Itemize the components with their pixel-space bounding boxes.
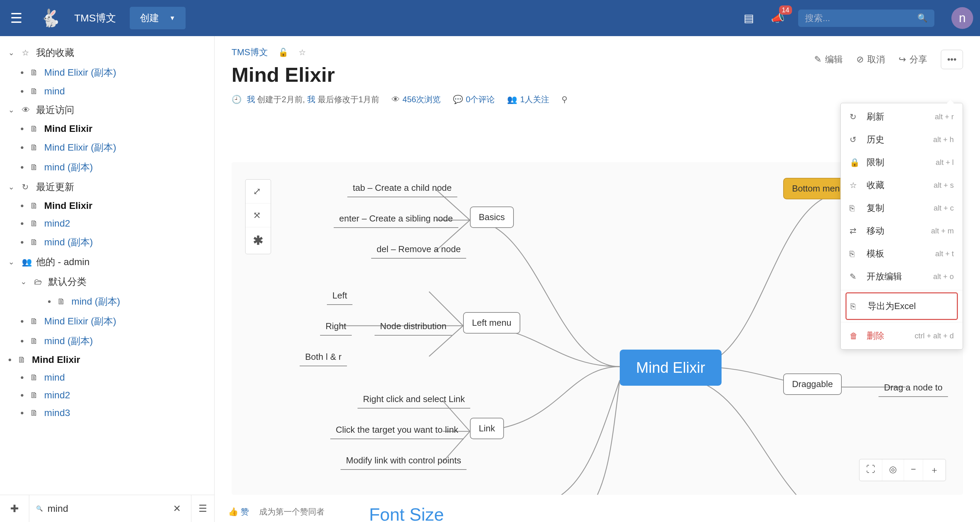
share-nodes-icon[interactable]: ⚲ xyxy=(562,95,568,104)
edit-icon: ✎ xyxy=(814,54,822,65)
dropdown-item[interactable]: 🗑删除ctrl + alt + d xyxy=(841,324,963,347)
center-icon[interactable]: ⤧ xyxy=(245,203,271,227)
edit-button[interactable]: ✎编辑 xyxy=(814,54,843,65)
locate-icon[interactable]: ◎ xyxy=(882,459,904,481)
tree-item[interactable]: •🗎Mind Elixir xyxy=(3,120,211,138)
dropdown-item[interactable]: ⎘模板alt + t xyxy=(841,242,963,265)
leftmenu-leaf-1[interactable]: Right xyxy=(320,318,352,335)
list-view-icon[interactable]: ▤ xyxy=(740,8,757,28)
root-node[interactable]: Mind Elixir xyxy=(620,350,722,386)
link-leaf-0[interactable]: Right click and select Link xyxy=(358,391,470,409)
create-button[interactable]: 创建 ▼ xyxy=(130,7,186,29)
fit-icon[interactable]: ⤢ xyxy=(245,180,271,203)
add-button[interactable]: ✚ xyxy=(0,495,29,522)
tree-item[interactable]: ⌄🗁默认分类 xyxy=(3,272,211,292)
brand-title[interactable]: TMS博文 xyxy=(74,11,116,25)
star-outline-icon[interactable]: ☆ xyxy=(299,48,306,57)
tree-item[interactable]: •🗎Mind Elixir (副本) xyxy=(3,311,211,331)
sidebar-search-input[interactable] xyxy=(48,503,170,514)
tree-item[interactable]: •🗎Mind Elixir (副本) xyxy=(3,63,211,83)
tree-group[interactable]: ⌄👁最近访问 xyxy=(3,100,211,120)
zoom-in-icon[interactable]: ＋ xyxy=(923,459,946,481)
sidebar: ⌄☆我的收藏•🗎Mind Elixir (副本)•🗎mind⌄👁最近访问•🗎Mi… xyxy=(0,36,215,522)
tree-item[interactable]: •🗎Mind Elixir xyxy=(3,197,211,215)
eye-icon: 👁 xyxy=(391,95,400,104)
basics-leaf-0[interactable]: tab – Create a child node xyxy=(347,179,457,197)
tree-item[interactable]: •🗎mind xyxy=(3,83,211,100)
unlock-icon[interactable]: 🔓 xyxy=(278,48,288,57)
basics-node[interactable]: Basics xyxy=(470,206,514,228)
tree-group[interactable]: ⌄☆我的收藏 xyxy=(3,43,211,63)
tree-item[interactable]: •🗎mind2 xyxy=(3,386,211,404)
clear-icon[interactable]: ✕ xyxy=(170,500,184,517)
dropdown-item[interactable]: ☆收藏alt + s xyxy=(841,174,963,196)
dropdown-item[interactable]: ⇄移动alt + m xyxy=(841,219,963,242)
more-icon: ••• xyxy=(947,54,956,64)
leftmenu-leaf-0[interactable]: Left xyxy=(327,287,352,305)
star-tool-icon[interactable]: ✱ xyxy=(245,227,271,254)
followers-icon: 👥 xyxy=(507,95,517,104)
dropdown-icon: ⎘ xyxy=(851,302,861,311)
dropdown-item[interactable]: ⎘导出为Excel xyxy=(845,292,958,320)
link-leaf-1[interactable]: Click the target you want to link xyxy=(330,421,464,439)
dropdown-icon: 🗑 xyxy=(850,331,860,341)
dropdown-icon: ↻ xyxy=(850,112,860,121)
dropdown-icon: ↺ xyxy=(850,135,860,144)
link-node[interactable]: Link xyxy=(470,418,504,439)
dropdown-icon: ⎘ xyxy=(850,203,860,213)
rabbit-logo-icon[interactable]: 🐇 xyxy=(40,8,60,28)
tree-item[interactable]: •🗎mind xyxy=(3,369,211,386)
more-dropdown: ↻刷新alt + r↺历史alt + h🔒限制alt + l☆收藏alt + s… xyxy=(840,103,963,350)
tree-item[interactable]: •🗎mind2 xyxy=(3,215,211,232)
dropdown-item[interactable]: ✎开放编辑alt + o xyxy=(841,265,963,288)
tree-item[interactable]: •🗎mind (副本) xyxy=(3,292,211,311)
notification-badge: 14 xyxy=(779,5,792,14)
zoom-controls: ⛶ ◎ − ＋ xyxy=(859,459,946,481)
dropdown-item[interactable]: ↻刷新alt + r xyxy=(841,105,963,128)
search-input[interactable] xyxy=(805,13,917,24)
tree-group[interactable]: •🗎Mind Elixir xyxy=(3,351,211,369)
tree-item[interactable]: •🗎mind (副本) xyxy=(3,157,211,177)
share-button[interactable]: ↪分享 xyxy=(899,54,927,65)
tree-item[interactable]: •🗎mind3 xyxy=(3,404,211,422)
notifications-icon[interactable]: 📣 14 xyxy=(767,8,788,28)
menu-toggle-icon[interactable]: ☰ xyxy=(7,7,26,29)
dropdown-item[interactable]: ⎘复制alt + c xyxy=(841,196,963,219)
breadcrumb-root[interactable]: TMS博文 xyxy=(232,46,268,58)
dropdown-item[interactable]: 🔒限制alt + l xyxy=(841,151,963,174)
search-icon: 🔍 xyxy=(36,505,43,512)
basics-leaf-2[interactable]: del – Remove a node xyxy=(371,241,466,259)
user-avatar[interactable]: n xyxy=(951,7,973,29)
action-bar: ✎编辑 ⊘取消 ↪分享 ••• xyxy=(814,50,963,69)
search-icon[interactable]: 🔍 xyxy=(917,13,928,23)
modifier-link[interactable]: 我 xyxy=(307,95,315,104)
tree-item[interactable]: •🗎Mind Elixir (副本) xyxy=(3,138,211,157)
dropdown-icon: 🔒 xyxy=(850,158,860,167)
dropdown-icon: ⎘ xyxy=(850,249,860,259)
tree-item[interactable]: •🗎mind (副本) xyxy=(3,331,211,351)
cancel-button[interactable]: ⊘取消 xyxy=(856,54,885,65)
leftmenu-leaf-2[interactable]: Both l & r xyxy=(300,348,347,366)
leftmenu-sub[interactable]: Node distribution xyxy=(375,318,452,335)
more-menu-button[interactable]: ••• xyxy=(941,50,963,69)
leftmenu-node[interactable]: Left menu xyxy=(463,312,520,334)
tree-group[interactable]: ⌄↻最近更新 xyxy=(3,177,211,197)
draggable-leaf[interactable]: Drag a node to xyxy=(878,379,948,397)
create-label: 创建 xyxy=(140,11,159,24)
draggable-node[interactable]: Draggable xyxy=(783,374,842,395)
like-button[interactable]: 👍 赞 xyxy=(228,506,249,517)
tree-group[interactable]: ⌄👥他的 - admin xyxy=(3,252,211,272)
comment-icon: 💬 xyxy=(453,95,463,104)
link-leaf-2[interactable]: Modify link with control points xyxy=(340,452,466,470)
dropdown-item[interactable]: ↺历史alt + h xyxy=(841,128,963,151)
fullscreen-icon[interactable]: ⛶ xyxy=(859,459,882,481)
author-link[interactable]: 我 xyxy=(247,95,255,104)
sidebar-search[interactable]: 🔍 ✕ xyxy=(29,500,191,517)
global-search[interactable]: 🔍 xyxy=(798,10,934,27)
sidebar-menu-icon[interactable]: ☰ xyxy=(191,495,214,522)
zoom-out-icon[interactable]: − xyxy=(904,459,923,481)
nav-tree: ⌄☆我的收藏•🗎Mind Elixir (副本)•🗎mind⌄👁最近访问•🗎Mi… xyxy=(0,36,214,495)
tree-item[interactable]: •🗎mind (副本) xyxy=(3,232,211,252)
basics-leaf-1[interactable]: enter – Create a sibling node xyxy=(334,210,458,228)
view-tools: ⤢ ⤧ ✱ xyxy=(245,179,271,254)
